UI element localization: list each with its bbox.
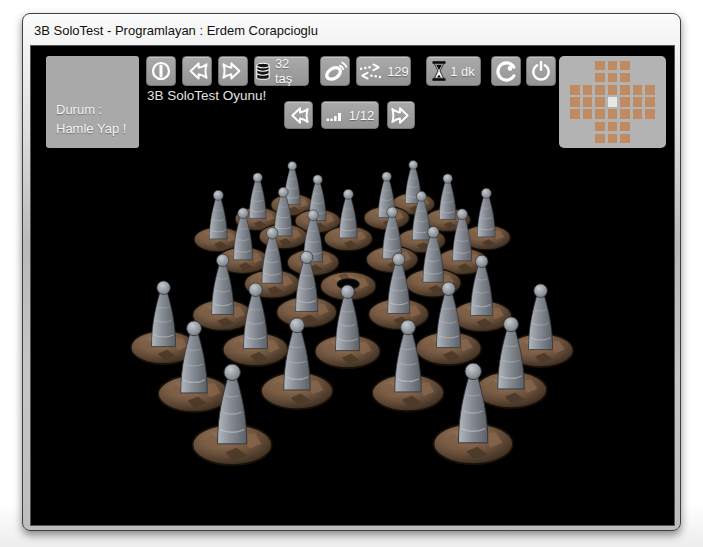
desktop-background: 3B SoloTest - Programlayan : Erdem Corap… [0,0,703,547]
peg[interactable] [189,352,275,468]
app-window: 3B SoloTest - Programlayan : Erdem Corap… [22,13,681,531]
window-titlebar[interactable]: 3B SoloTest - Programlayan : Erdem Corap… [23,14,680,46]
game-client-area: Durum : Hamle Yap ! [30,45,675,526]
window-title: 3B SoloTest - Programlayan : Erdem Corap… [34,23,318,38]
peg[interactable] [430,351,516,467]
game-board [31,46,674,525]
